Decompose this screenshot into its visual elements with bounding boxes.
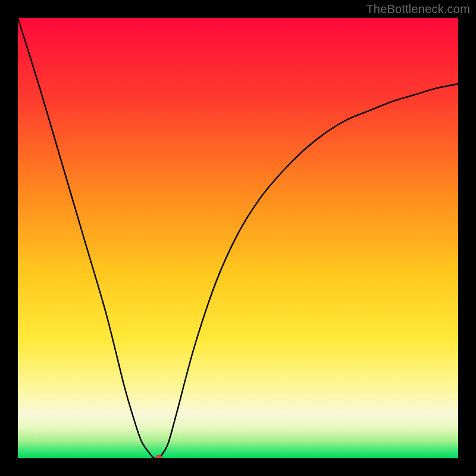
gradient-plot-area — [18, 18, 458, 458]
watermark-text: TheBottleneck.com — [366, 2, 470, 16]
chart-frame: TheBottleneck.com — [0, 0, 476, 476]
